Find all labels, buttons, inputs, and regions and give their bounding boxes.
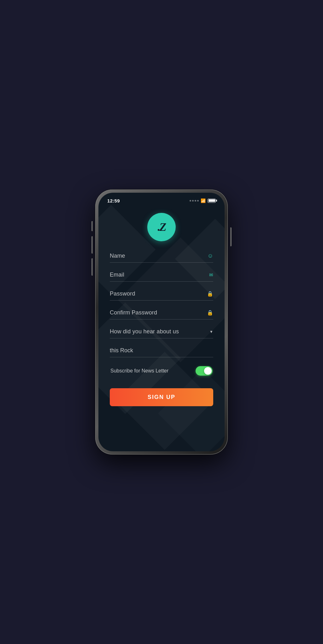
name-field: Name ☺ [110,253,213,263]
hear-about-us-field[interactable]: How did you hear about us ▼ [110,328,213,338]
status-icons: 📶 [190,198,216,203]
password-field: Password 🔒 [110,290,213,301]
battery-icon [208,199,216,203]
rock-field: this Rock [110,347,213,357]
hear-about-us-label: How did you hear about us [110,328,179,335]
logo-text: .Z [158,220,166,234]
battery-fill [208,199,215,202]
signal-icon [190,200,199,202]
phone-screen: 12:59 📶 [98,193,225,451]
toggle-knob [204,367,212,375]
main-content: .Z Name ☺ [98,207,225,451]
phone-outer: 12:59 📶 [95,190,228,454]
phone-frame: 12:59 📶 [95,190,228,454]
newsletter-label: Subscribe for News Letter [110,368,168,374]
volume-up-button [91,236,93,254]
chevron-down-icon: ▼ [209,330,213,334]
app-logo: .Z [147,213,176,241]
volume-down-button [91,258,93,276]
mute-button [91,221,93,231]
signup-form: Name ☺ Email ✉ [110,253,213,406]
rock-label: this Rock [110,347,133,354]
confirm-password-field: Confirm Password 🔒 [110,309,213,319]
logo-container: .Z [147,213,176,241]
newsletter-row: Subscribe for News Letter [110,366,213,376]
signup-button[interactable]: SIGN UP [110,388,213,406]
screen-content: 12:59 📶 [98,193,225,451]
email-field: Email ✉ [110,272,213,282]
signup-button-label: SIGN UP [148,394,175,400]
newsletter-toggle[interactable] [196,366,213,376]
power-button [230,227,232,246]
status-time: 12:59 [107,198,120,203]
wifi-icon: 📶 [201,198,206,203]
notch [141,193,182,202]
